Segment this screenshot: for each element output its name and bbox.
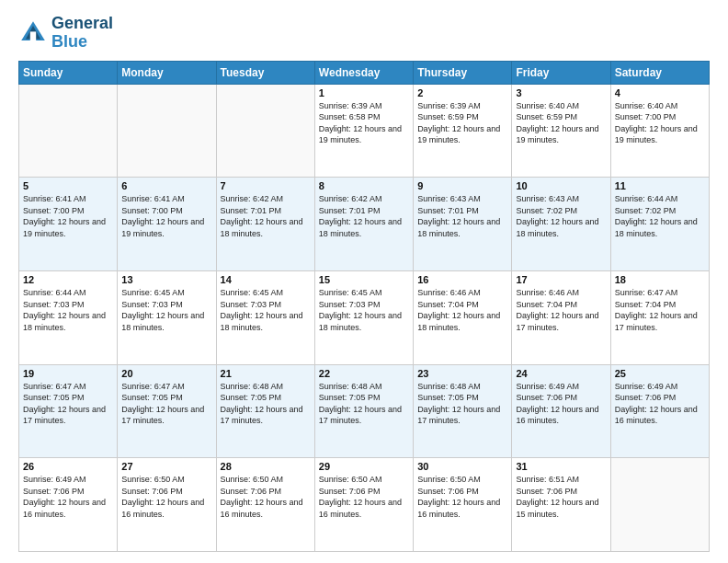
day-number: 25 (615, 368, 705, 379)
day-detail: Sunrise: 6:48 AM Sunset: 7:05 PM Dayligh… (319, 381, 409, 427)
day-number: 15 (319, 274, 409, 285)
day-cell: 6Sunrise: 6:41 AM Sunset: 7:00 PM Daylig… (118, 178, 216, 271)
day-cell: 5Sunrise: 6:41 AM Sunset: 7:00 PM Daylig… (19, 178, 118, 271)
day-cell: 21Sunrise: 6:48 AM Sunset: 7:05 PM Dayli… (216, 364, 314, 458)
day-detail: Sunrise: 6:45 AM Sunset: 7:03 PM Dayligh… (319, 287, 409, 333)
day-cell: 16Sunrise: 6:46 AM Sunset: 7:04 PM Dayli… (414, 270, 512, 364)
day-detail: Sunrise: 6:43 AM Sunset: 7:02 PM Dayligh… (516, 193, 606, 239)
week-row-2: 5Sunrise: 6:41 AM Sunset: 7:00 PM Daylig… (19, 178, 710, 271)
day-cell: 11Sunrise: 6:44 AM Sunset: 7:02 PM Dayli… (610, 178, 709, 271)
day-cell: 28Sunrise: 6:50 AM Sunset: 7:06 PM Dayli… (216, 458, 314, 552)
day-cell: 2Sunrise: 6:39 AM Sunset: 6:59 PM Daylig… (414, 84, 512, 178)
day-cell: 23Sunrise: 6:48 AM Sunset: 7:05 PM Dayli… (414, 364, 512, 458)
day-detail: Sunrise: 6:44 AM Sunset: 7:03 PM Dayligh… (23, 287, 113, 333)
col-header-tuesday: Tuesday (216, 61, 314, 84)
day-detail: Sunrise: 6:47 AM Sunset: 7:04 PM Dayligh… (615, 287, 705, 333)
day-number: 9 (417, 180, 507, 191)
day-number: 19 (23, 368, 113, 379)
day-number: 23 (417, 368, 507, 379)
day-cell (610, 458, 709, 552)
svg-rect-2 (30, 31, 36, 40)
day-number: 12 (23, 274, 113, 285)
col-header-friday: Friday (512, 61, 610, 84)
day-cell: 18Sunrise: 6:47 AM Sunset: 7:04 PM Dayli… (610, 270, 709, 364)
day-cell: 10Sunrise: 6:43 AM Sunset: 7:02 PM Dayli… (512, 178, 610, 271)
day-number: 20 (121, 368, 211, 379)
day-detail: Sunrise: 6:45 AM Sunset: 7:03 PM Dayligh… (121, 287, 211, 333)
week-row-4: 19Sunrise: 6:47 AM Sunset: 7:05 PM Dayli… (19, 364, 710, 458)
day-number: 1 (319, 87, 409, 98)
day-detail: Sunrise: 6:50 AM Sunset: 7:06 PM Dayligh… (121, 474, 211, 520)
day-cell: 22Sunrise: 6:48 AM Sunset: 7:05 PM Dayli… (314, 364, 413, 458)
day-cell: 30Sunrise: 6:50 AM Sunset: 7:06 PM Dayli… (414, 458, 512, 552)
day-number: 6 (121, 180, 211, 191)
day-detail: Sunrise: 6:47 AM Sunset: 7:05 PM Dayligh… (23, 381, 113, 427)
day-cell: 14Sunrise: 6:45 AM Sunset: 7:03 PM Dayli… (216, 270, 314, 364)
page: General Blue SundayMondayTuesdayWednesda… (0, 0, 728, 563)
day-detail: Sunrise: 6:45 AM Sunset: 7:03 PM Dayligh… (221, 287, 311, 333)
day-cell (118, 84, 216, 178)
day-cell: 31Sunrise: 6:51 AM Sunset: 7:06 PM Dayli… (512, 458, 610, 552)
day-number: 18 (615, 274, 705, 285)
day-number: 17 (516, 274, 606, 285)
day-detail: Sunrise: 6:50 AM Sunset: 7:06 PM Dayligh… (319, 474, 409, 520)
day-cell: 26Sunrise: 6:49 AM Sunset: 7:06 PM Dayli… (19, 458, 118, 552)
day-detail: Sunrise: 6:50 AM Sunset: 7:06 PM Dayligh… (417, 474, 507, 520)
day-cell: 27Sunrise: 6:50 AM Sunset: 7:06 PM Dayli… (118, 458, 216, 552)
day-detail: Sunrise: 6:46 AM Sunset: 7:04 PM Dayligh… (516, 287, 606, 333)
day-cell: 3Sunrise: 6:40 AM Sunset: 6:59 PM Daylig… (512, 84, 610, 178)
day-number: 5 (23, 180, 113, 191)
calendar-header-row: SundayMondayTuesdayWednesdayThursdayFrid… (19, 61, 710, 84)
day-number: 30 (417, 461, 507, 472)
day-cell: 13Sunrise: 6:45 AM Sunset: 7:03 PM Dayli… (118, 270, 216, 364)
day-cell: 29Sunrise: 6:50 AM Sunset: 7:06 PM Dayli… (314, 458, 413, 552)
day-number: 31 (516, 461, 606, 472)
day-number: 24 (516, 368, 606, 379)
day-detail: Sunrise: 6:42 AM Sunset: 7:01 PM Dayligh… (319, 193, 409, 239)
col-header-monday: Monday (118, 61, 216, 84)
day-number: 4 (615, 87, 705, 98)
day-detail: Sunrise: 6:44 AM Sunset: 7:02 PM Dayligh… (615, 193, 705, 239)
day-cell (19, 84, 118, 178)
logo: General Blue (18, 15, 113, 52)
day-detail: Sunrise: 6:42 AM Sunset: 7:01 PM Dayligh… (221, 193, 311, 239)
day-detail: Sunrise: 6:49 AM Sunset: 7:06 PM Dayligh… (516, 381, 606, 427)
day-detail: Sunrise: 6:48 AM Sunset: 7:05 PM Dayligh… (417, 381, 507, 427)
day-detail: Sunrise: 6:49 AM Sunset: 7:06 PM Dayligh… (615, 381, 705, 427)
day-cell: 20Sunrise: 6:47 AM Sunset: 7:05 PM Dayli… (118, 364, 216, 458)
day-detail: Sunrise: 6:43 AM Sunset: 7:01 PM Dayligh… (417, 193, 507, 239)
day-detail: Sunrise: 6:39 AM Sunset: 6:59 PM Dayligh… (417, 100, 507, 146)
day-detail: Sunrise: 6:47 AM Sunset: 7:05 PM Dayligh… (121, 381, 211, 427)
day-number: 3 (516, 87, 606, 98)
day-detail: Sunrise: 6:49 AM Sunset: 7:06 PM Dayligh… (23, 474, 113, 520)
day-number: 10 (516, 180, 606, 191)
day-number: 21 (221, 368, 311, 379)
day-detail: Sunrise: 6:40 AM Sunset: 6:59 PM Dayligh… (516, 100, 606, 146)
header: General Blue (18, 15, 710, 52)
col-header-wednesday: Wednesday (314, 61, 413, 84)
day-detail: Sunrise: 6:40 AM Sunset: 7:00 PM Dayligh… (615, 100, 705, 146)
logo-text: General Blue (51, 15, 113, 52)
calendar-table: SundayMondayTuesdayWednesdayThursdayFrid… (18, 61, 710, 552)
day-number: 14 (221, 274, 311, 285)
week-row-1: 1Sunrise: 6:39 AM Sunset: 6:58 PM Daylig… (19, 84, 710, 178)
day-number: 8 (319, 180, 409, 191)
day-number: 7 (221, 180, 311, 191)
week-row-3: 12Sunrise: 6:44 AM Sunset: 7:03 PM Dayli… (19, 270, 710, 364)
day-number: 2 (417, 87, 507, 98)
day-detail: Sunrise: 6:41 AM Sunset: 7:00 PM Dayligh… (23, 193, 113, 239)
day-number: 27 (121, 461, 211, 472)
day-detail: Sunrise: 6:50 AM Sunset: 7:06 PM Dayligh… (221, 474, 311, 520)
col-header-sunday: Sunday (19, 61, 118, 84)
day-number: 26 (23, 461, 113, 472)
day-cell: 4Sunrise: 6:40 AM Sunset: 7:00 PM Daylig… (610, 84, 709, 178)
day-number: 28 (221, 461, 311, 472)
day-number: 13 (121, 274, 211, 285)
day-cell: 17Sunrise: 6:46 AM Sunset: 7:04 PM Dayli… (512, 270, 610, 364)
day-number: 16 (417, 274, 507, 285)
day-detail: Sunrise: 6:46 AM Sunset: 7:04 PM Dayligh… (417, 287, 507, 333)
day-cell (216, 84, 314, 178)
day-cell: 8Sunrise: 6:42 AM Sunset: 7:01 PM Daylig… (314, 178, 413, 271)
day-detail: Sunrise: 6:41 AM Sunset: 7:00 PM Dayligh… (121, 193, 211, 239)
day-number: 29 (319, 461, 409, 472)
